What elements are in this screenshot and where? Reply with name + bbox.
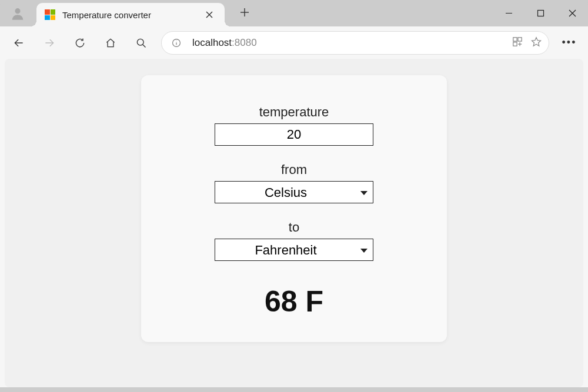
- app-grid-icon: [512, 36, 523, 47]
- home-icon: [105, 37, 116, 49]
- browser-toolbar: localhost:8080 •••: [0, 26, 588, 59]
- window-titlebar: Temperature converter: [0, 0, 588, 26]
- window-controls: [493, 0, 588, 26]
- url-text: localhost:8080: [192, 37, 512, 49]
- arrow-left-icon: [13, 37, 25, 49]
- site-info-button[interactable]: [169, 38, 184, 48]
- minimize-icon: [505, 9, 513, 17]
- home-button[interactable]: [98, 30, 123, 56]
- result-text: 68 F: [265, 284, 323, 319]
- close-icon: [569, 9, 576, 17]
- temperature-label: temperature: [259, 105, 329, 120]
- arrow-right-icon: [44, 37, 55, 49]
- tab-title: Temperature converter: [62, 10, 202, 20]
- browser-chrome: localhost:8080 ••• temperature from Cels…: [0, 26, 588, 387]
- search-icon: [135, 37, 147, 49]
- window-close-button[interactable]: [556, 0, 588, 26]
- back-button[interactable]: [6, 30, 32, 56]
- forward-button[interactable]: [36, 30, 62, 56]
- new-tab-button[interactable]: [235, 4, 254, 22]
- close-icon: [206, 11, 213, 18]
- reload-button[interactable]: [67, 30, 93, 56]
- tab-close-button[interactable]: [202, 8, 216, 22]
- favorite-button[interactable]: [531, 36, 542, 49]
- favicon-icon: [45, 9, 55, 20]
- svg-marker-21: [532, 37, 540, 45]
- temperature-group: temperature: [215, 105, 373, 146]
- plus-icon: [240, 8, 249, 17]
- profile-button[interactable]: [8, 4, 27, 23]
- search-button[interactable]: [128, 30, 154, 56]
- page-viewport: temperature from Celsius to Fahrenheit: [5, 59, 583, 387]
- to-select[interactable]: Fahrenheit: [215, 239, 373, 261]
- from-label: from: [281, 162, 307, 177]
- svg-line-12: [143, 44, 146, 47]
- svg-point-11: [137, 39, 143, 45]
- maximize-icon: [537, 9, 544, 17]
- from-group: from Celsius: [215, 162, 373, 203]
- svg-rect-6: [537, 11, 543, 16]
- url-port: :8080: [232, 37, 257, 48]
- address-bar[interactable]: localhost:8080: [161, 31, 549, 55]
- url-host: localhost: [192, 37, 232, 48]
- svg-point-15: [176, 41, 177, 41]
- browser-tab[interactable]: Temperature converter: [36, 3, 225, 26]
- reload-icon: [74, 37, 86, 49]
- from-select[interactable]: Celsius: [215, 181, 373, 203]
- minimize-button[interactable]: [493, 0, 524, 26]
- to-group: to Fahrenheit: [215, 220, 373, 261]
- svg-rect-18: [513, 42, 517, 45]
- star-icon: [531, 36, 542, 47]
- info-icon: [172, 38, 181, 48]
- to-label: to: [289, 220, 299, 235]
- overflow-menu-button[interactable]: •••: [556, 30, 582, 56]
- ellipsis-icon: •••: [562, 36, 577, 49]
- app-install-button[interactable]: [512, 36, 523, 49]
- maximize-button[interactable]: [524, 0, 556, 26]
- temperature-input[interactable]: [215, 123, 373, 146]
- converter-card: temperature from Celsius to Fahrenheit: [141, 75, 447, 342]
- profile-icon: [10, 6, 25, 21]
- svg-rect-17: [518, 37, 522, 41]
- svg-rect-16: [513, 37, 517, 41]
- svg-point-0: [15, 8, 20, 14]
